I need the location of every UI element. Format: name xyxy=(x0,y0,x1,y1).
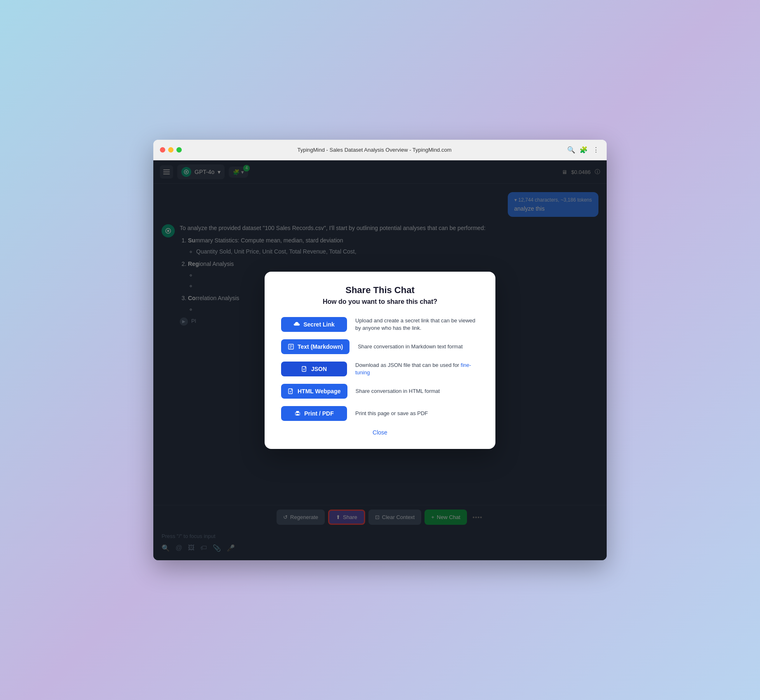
print-pdf-label: Print / PDF xyxy=(304,410,334,417)
app-container: GPT-4o ▾ 🧩 4 ▾ 🖥 $0.0486 ⓘ ▾ 12,7 xyxy=(153,160,607,560)
html-desc: Share conversation in HTML format xyxy=(356,388,440,395)
print-pdf-button[interactable]: Print / PDF xyxy=(281,406,347,421)
markdown-icon xyxy=(288,343,294,350)
json-icon xyxy=(301,366,308,372)
search-icon[interactable]: 🔍 xyxy=(567,146,575,154)
svg-rect-22 xyxy=(296,411,299,413)
secret-link-desc: Upload and create a secret link that can… xyxy=(355,317,479,332)
text-markdown-button[interactable]: Text (Markdown) xyxy=(281,339,350,354)
share-option-print: Print / PDF Print this page or save as P… xyxy=(281,406,479,421)
html-webpage-button[interactable]: HTML Webpage xyxy=(281,384,347,399)
secret-link-button[interactable]: Secret Link xyxy=(281,317,347,332)
close-traffic-light[interactable] xyxy=(160,147,165,153)
traffic-lights xyxy=(160,147,182,153)
markdown-desc: Share conversation in Markdown text form… xyxy=(358,343,462,350)
browser-window: TypingMind - Sales Dataset Analysis Over… xyxy=(153,140,607,560)
modal-close-link[interactable]: Close xyxy=(281,429,479,436)
browser-actions: 🔍 🧩 ⋮ xyxy=(567,146,600,154)
menu-icon[interactable]: ⋮ xyxy=(592,146,600,154)
share-option-html: HTML Webpage Share conversation in HTML … xyxy=(281,384,479,399)
modal-overlay[interactable]: Share This Chat How do you want to share… xyxy=(153,160,607,560)
modal-title: Share This Chat xyxy=(281,285,479,296)
svg-rect-23 xyxy=(296,414,299,416)
share-modal: Share This Chat How do you want to share… xyxy=(265,272,495,449)
minimize-traffic-light[interactable] xyxy=(168,147,174,153)
svg-point-24 xyxy=(299,413,300,414)
html-icon xyxy=(288,388,294,395)
text-markdown-label: Text (Markdown) xyxy=(298,343,343,350)
json-label: JSON xyxy=(311,366,327,372)
browser-chrome: TypingMind - Sales Dataset Analysis Over… xyxy=(153,140,607,160)
json-button[interactable]: JSON xyxy=(281,362,347,376)
html-webpage-label: HTML Webpage xyxy=(298,388,341,395)
share-option-json: JSON Download as JSON file that can be u… xyxy=(281,362,479,376)
modal-subtitle: How do you want to share this chat? xyxy=(281,298,479,305)
secret-link-label: Secret Link xyxy=(303,321,334,328)
print-icon xyxy=(294,410,301,417)
share-option-markdown: Text (Markdown) Share conversation in Ma… xyxy=(281,339,479,354)
json-desc: Download as JSON file that can be used f… xyxy=(355,362,479,376)
share-option-secret-link: Secret Link Upload and create a secret l… xyxy=(281,317,479,332)
maximize-traffic-light[interactable] xyxy=(176,147,182,153)
print-desc: Print this page or save as PDF xyxy=(355,410,428,417)
browser-title: TypingMind - Sales Dataset Analysis Over… xyxy=(187,147,562,153)
fine-tuning-link[interactable]: fine-tuning xyxy=(355,362,471,376)
extensions-icon[interactable]: 🧩 xyxy=(579,146,588,154)
cloud-icon xyxy=(293,321,300,328)
